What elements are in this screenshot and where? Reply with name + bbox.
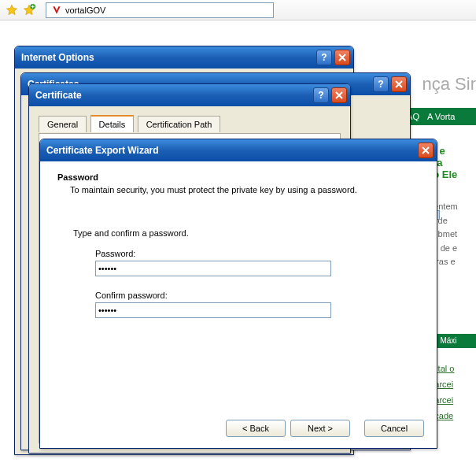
- back-button[interactable]: < Back: [226, 420, 286, 437]
- help-button[interactable]: ?: [313, 87, 329, 103]
- add-favorite-icon[interactable]: [23, 4, 35, 17]
- window-export-wizard: Certificate Export Wizard Password To ma…: [39, 139, 437, 449]
- title-text: Internet Options: [21, 52, 314, 63]
- favorites-star-icon[interactable]: [6, 4, 18, 17]
- next-button[interactable]: Next >: [290, 420, 350, 437]
- close-button[interactable]: [391, 76, 407, 92]
- title-text: Certificate Export Wizard: [46, 145, 415, 156]
- close-icon: [338, 54, 346, 61]
- title-text: Certificate: [35, 90, 311, 101]
- wizard-buttons: < Back Next > Cancel: [221, 420, 424, 437]
- password-input[interactable]: [95, 261, 331, 276]
- wizard-body: Password To maintain security, you must …: [40, 161, 437, 448]
- close-icon: [335, 91, 343, 99]
- divider: [40, 411, 437, 412]
- menu-avortal[interactable]: A Vorta: [427, 112, 455, 121]
- bg-heading: nça Sir: [422, 74, 476, 94]
- titlebar-certificate[interactable]: Certificate ?: [29, 84, 350, 106]
- tab-general[interactable]: General: [39, 116, 87, 132]
- help-button[interactable]: ?: [316, 50, 332, 65]
- close-button[interactable]: [331, 87, 347, 103]
- titlebar-internet-options[interactable]: Internet Options ?: [15, 46, 353, 69]
- site-logo-icon: [51, 5, 62, 16]
- browser-toolbar: vortalGOV: [0, 0, 476, 20]
- tab-certification-path[interactable]: Certification Path: [138, 116, 221, 132]
- titlebar-wizard[interactable]: Certificate Export Wizard: [40, 139, 437, 161]
- page-tab[interactable]: vortalGOV: [46, 2, 274, 18]
- close-icon: [422, 146, 430, 154]
- tab-details[interactable]: Details: [90, 115, 135, 132]
- confirm-password-input[interactable]: [95, 302, 331, 318]
- wizard-heading: Password: [57, 172, 419, 182]
- confirm-password-label: Confirm password:: [95, 291, 404, 300]
- close-button[interactable]: [418, 143, 434, 158]
- wizard-instruction: Type and confirm a password.: [73, 228, 404, 238]
- wizard-subheading: To maintain security, you must protect t…: [70, 185, 419, 194]
- page-title: vortalGOV: [65, 6, 105, 15]
- password-label: Password:: [95, 249, 404, 258]
- help-button[interactable]: ?: [373, 76, 389, 92]
- cancel-button[interactable]: Cancel: [364, 420, 424, 437]
- close-icon: [395, 80, 403, 88]
- wizard-content: Type and confirm a password. Password: C…: [40, 206, 437, 340]
- wizard-header: Password To maintain security, you must …: [40, 161, 437, 202]
- close-button[interactable]: [334, 50, 350, 65]
